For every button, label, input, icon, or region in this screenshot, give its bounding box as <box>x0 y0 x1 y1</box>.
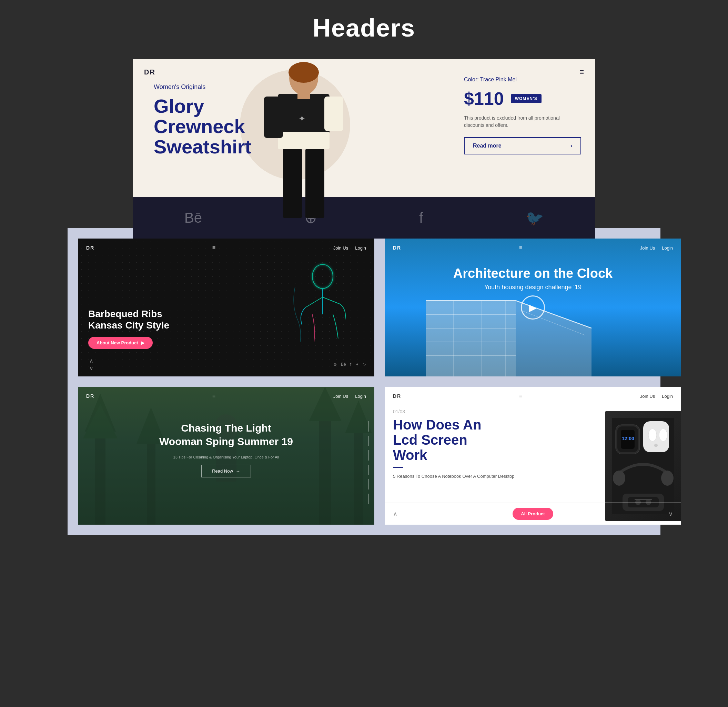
svg-text:✦: ✦ <box>299 114 305 123</box>
cards-grid: DR ≡ Join Us Login Barbequed Ribs Kansas… <box>68 228 660 535</box>
card3-logo: DR <box>393 245 401 251</box>
card3-join[interactable]: Join Us <box>640 246 655 251</box>
about-btn-icon: ▶ <box>141 340 144 346</box>
svg-rect-5 <box>324 97 343 131</box>
svg-point-1 <box>289 62 319 83</box>
model-image: ✦ <box>243 59 364 225</box>
arch-subtitle: Youth housing design challenge '19 <box>385 284 681 291</box>
card1-menu-icon[interactable]: ≡ <box>579 68 584 77</box>
svg-marker-14 <box>426 301 516 376</box>
scroll-up[interactable]: ∧ <box>86 358 97 363</box>
card2-join[interactable]: Join Us <box>333 246 348 251</box>
card-lcd: DR ≡ Join Us Login 12:00 <box>385 387 681 525</box>
facebook-icon[interactable]: f <box>419 210 423 226</box>
forest-main-text: Chasing The Light Wooman Sping Summer 19… <box>78 421 374 477</box>
card5-join[interactable]: Join Us <box>640 394 655 399</box>
scroll-down[interactable]: ∨ <box>86 366 97 371</box>
fb-icon[interactable]: f <box>350 362 351 367</box>
svg-rect-4 <box>264 97 283 138</box>
read-now-arrow: → <box>236 468 240 474</box>
card3-nav-right: Join Us Login <box>640 246 673 251</box>
read-now-button[interactable]: Read Now → <box>201 465 251 477</box>
card3-nav: DR ≡ Join Us Login <box>385 239 681 257</box>
card2-nav: DR ≡ Join Us Login <box>78 239 374 257</box>
play-button[interactable]: ▶ <box>521 295 545 320</box>
card3-menu[interactable]: ≡ <box>519 245 522 251</box>
card-barbecue: DR ≡ Join Us Login Barbequed Ribs Kansas… <box>78 239 374 376</box>
card2-content: Barbequed Ribs Kansas City Style About N… <box>88 308 169 349</box>
twitter-icon[interactable]: 🐦 <box>526 210 544 227</box>
tip-text: 13 Tips For Cleaning & Organising Your L… <box>78 455 374 459</box>
card2-menu[interactable]: ≡ <box>212 245 215 251</box>
product-price: $110 <box>464 88 504 109</box>
about-new-product-button[interactable]: About New Product ▶ <box>88 337 153 349</box>
card3-login[interactable]: Login <box>662 246 673 251</box>
product-color: Color: Trace Pink Mel <box>464 77 581 83</box>
yt-icon[interactable]: ▷ <box>363 362 366 367</box>
svg-line-13 <box>323 297 340 304</box>
card2-socials: ⊛ Bē f ✦ ▷ <box>333 362 366 367</box>
svg-rect-8 <box>305 149 324 218</box>
card4-content: Chasing The Light Wooman Sping Summer 19… <box>78 387 374 525</box>
card5-login[interactable]: Login <box>662 394 673 399</box>
svg-rect-9 <box>298 92 310 99</box>
svg-point-10 <box>312 265 333 289</box>
read-more-label: Read more <box>473 143 501 149</box>
card-chasing-light: DR ≡ Join Us Login Chasing The Light Woo… <box>78 387 374 525</box>
card3-content: Architecture on the Clock Youth housing … <box>385 266 681 291</box>
be-icon[interactable]: Bē <box>341 362 346 367</box>
read-now-label: Read Now <box>212 468 233 474</box>
lcd-divider <box>393 467 403 468</box>
card2-login[interactable]: Login <box>355 246 366 251</box>
card-architecture: DR ≡ Join Us Login Architecture on the C… <box>385 239 681 376</box>
card5-main-content: 01/03 How Does An Lcd Screen Work 5 Reas… <box>385 405 681 525</box>
card5-menu[interactable]: ≡ <box>519 393 522 399</box>
card1-content-right: Color: Trace Pink Mel $110 WOMEN'S This … <box>464 77 581 155</box>
card5-nav-right: Join Us Login <box>640 394 673 399</box>
card-adidas: DR ≡ Women's Originals Glory Crewneck Sw… <box>133 59 595 239</box>
play-icon: ▶ <box>529 302 537 313</box>
svg-line-12 <box>305 297 323 308</box>
product-price-row: $110 WOMEN'S <box>464 88 581 109</box>
about-btn-label: About New Product <box>97 340 138 346</box>
scroll-lines <box>368 421 369 504</box>
svg-rect-7 <box>283 149 302 218</box>
svg-rect-3 <box>278 132 329 149</box>
arch-title: Architecture on the Clock <box>385 266 681 281</box>
card2-footer: ∧ ∨ ⊛ Bē f ✦ ▷ <box>78 352 374 376</box>
card2-nav-right: Join Us Login <box>333 246 366 251</box>
insta-icon[interactable]: ⊛ <box>333 362 337 367</box>
card2-logo: DR <box>86 245 94 251</box>
read-more-button[interactable]: Read more › <box>464 137 581 155</box>
lcd-sub: 5 Reasons To Choose A Notebook Over A Co… <box>393 473 673 480</box>
card1-footer: Bē ⊕ f 🐦 <box>133 197 595 239</box>
neon-figure <box>285 259 361 349</box>
lcd-title: How Does An Lcd Screen Work <box>393 417 673 463</box>
product-badge: WOMEN'S <box>511 94 542 103</box>
card5-logo: DR <box>393 393 401 399</box>
tw-icon[interactable]: ✦ <box>355 362 359 367</box>
read-more-arrow: › <box>571 143 572 149</box>
card2-title: Barbequed Ribs Kansas City Style <box>88 308 169 331</box>
product-disclaimer: This product is excluded from all promot… <box>464 114 581 129</box>
behance-icon[interactable]: Bē <box>184 210 202 226</box>
forest-title: Chasing The Light Wooman Sping Summer 19 <box>78 421 374 448</box>
lcd-counter: 01/03 <box>393 409 673 414</box>
card5-nav: DR ≡ Join Us Login <box>385 387 681 405</box>
page-title: Headers <box>313 14 415 42</box>
